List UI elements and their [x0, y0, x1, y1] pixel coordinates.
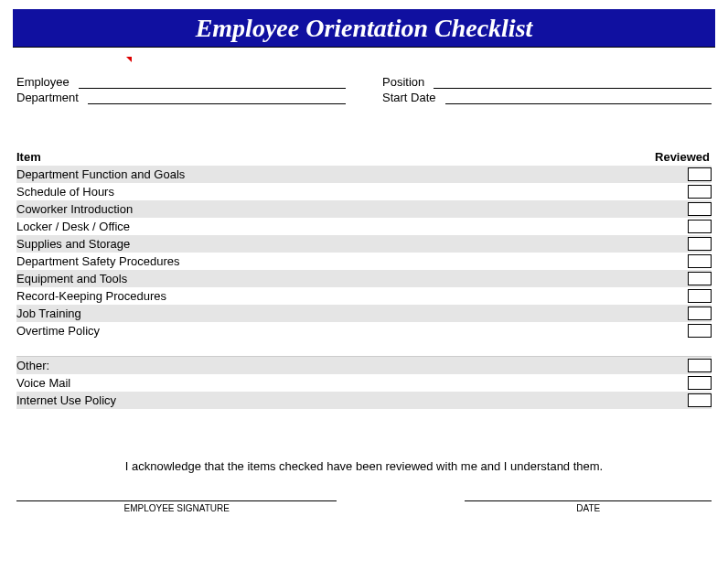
item-checkbox[interactable]	[688, 272, 712, 285]
item-text: Record-Keeping Procedures	[16, 289, 684, 303]
item-text: Locker / Desk / Office	[16, 220, 684, 233]
department-label: Department	[16, 91, 79, 104]
item-text: Department Function and Goals	[16, 167, 684, 181]
checklist-row: Supplies and Storage	[16, 235, 712, 253]
item-text: Supplies and Storage	[16, 237, 684, 251]
item-checkbox[interactable]	[688, 289, 712, 303]
section-gap	[16, 339, 712, 357]
item-text: Internet Use Policy	[16, 393, 684, 407]
item-checkbox[interactable]	[688, 254, 712, 268]
item-text: Voice Mail	[16, 376, 684, 390]
item-checkbox[interactable]	[688, 185, 712, 199]
item-text: Coworker Introduction	[16, 202, 684, 216]
checklist-row: Job Training	[16, 305, 712, 322]
item-text: Equipment and Tools	[16, 272, 684, 285]
checklist-table: Item Reviewed Department Function and Go…	[16, 150, 712, 409]
position-label: Position	[382, 75, 424, 89]
item-checkbox[interactable]	[688, 393, 712, 407]
employee-input-line[interactable]	[79, 76, 346, 89]
checklist-row: Record-Keeping Procedures	[16, 287, 712, 305]
department-field: Department	[16, 91, 346, 104]
date-signature-label: DATE	[576, 503, 600, 513]
header-item: Item	[16, 150, 646, 164]
position-field: Position	[382, 75, 712, 89]
other-header-row: Other:	[16, 357, 712, 374]
item-checkbox[interactable]	[688, 167, 712, 181]
employee-signature-label: EMPLOYEE SIGNATURE	[124, 503, 230, 513]
checklist-row: Equipment and Tools	[16, 270, 712, 287]
item-text: Schedule of Hours	[16, 185, 684, 199]
item-text: Job Training	[16, 307, 684, 320]
checklist-row: Schedule of Hours	[16, 183, 712, 200]
department-input-line[interactable]	[88, 91, 346, 104]
header-bar: Employee Orientation Checklist	[13, 9, 715, 48]
checklist-row: Internet Use Policy	[16, 392, 712, 409]
item-checkbox[interactable]	[688, 324, 712, 338]
other-checkbox[interactable]	[688, 359, 712, 372]
start-date-field: Start Date	[382, 91, 712, 104]
item-text: Overtime Policy	[16, 324, 684, 338]
item-checkbox[interactable]	[688, 220, 712, 233]
start-date-label: Start Date	[382, 91, 436, 104]
comment-indicator-icon	[126, 57, 132, 62]
acknowledgment-text: I acknowledge that the items checked hav…	[16, 459, 712, 473]
employee-label: Employee	[16, 75, 70, 89]
item-text: Department Safety Procedures	[16, 254, 684, 268]
checklist-row: Overtime Policy	[16, 322, 712, 339]
date-signature-line[interactable]: DATE	[465, 500, 712, 513]
header-reviewed: Reviewed	[646, 150, 712, 164]
start-date-input-line[interactable]	[445, 91, 712, 104]
checklist-row: Voice Mail	[16, 374, 712, 392]
position-input-line[interactable]	[434, 76, 712, 89]
item-checkbox[interactable]	[688, 307, 712, 320]
item-checkbox[interactable]	[688, 376, 712, 390]
checklist-header-row: Item Reviewed	[16, 150, 712, 164]
checklist-row: Locker / Desk / Office	[16, 218, 712, 235]
item-checkbox[interactable]	[688, 202, 712, 216]
checklist-row: Coworker Introduction	[16, 200, 712, 218]
item-checkbox[interactable]	[688, 237, 712, 251]
page-title: Employee Orientation Checklist	[196, 14, 533, 43]
checklist-row: Department Function and Goals	[16, 166, 712, 183]
checklist-row: Department Safety Procedures	[16, 253, 712, 270]
other-label: Other:	[16, 359, 684, 372]
employee-signature-line[interactable]: EMPLOYEE SIGNATURE	[16, 500, 337, 513]
employee-field: Employee	[16, 75, 346, 89]
